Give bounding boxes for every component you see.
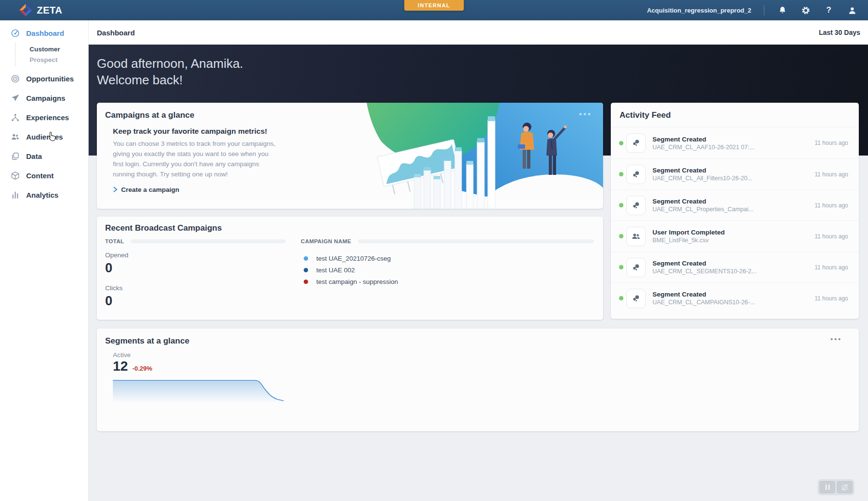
active-value: 12 — [113, 360, 128, 373]
active-label: Active — [113, 351, 131, 359]
status-dot — [619, 296, 623, 300]
paper-plane-icon — [11, 94, 20, 103]
campaign-row[interactable]: test UAE 002 — [304, 264, 398, 276]
sidebar-item-prospect[interactable]: Prospect — [0, 54, 88, 65]
campaign-name: test UAE_20210726-cseg — [316, 255, 391, 262]
users-icon — [626, 227, 646, 246]
feed-item-title: Segment Created — [652, 167, 752, 174]
feed-item-text: User Import Completed BME_ListFile_5k.cs… — [652, 229, 725, 244]
status-dot — [619, 141, 623, 145]
delta-badge: -0.29% — [132, 365, 152, 373]
metric-label: Opened — [105, 251, 128, 259]
feed-item-time: 11 hours ago — [815, 171, 848, 178]
cube-icon — [11, 171, 20, 180]
sidebar-item-dashboard[interactable]: Dashboard — [0, 23, 88, 43]
sidebar-item-audiences[interactable]: Audiences — [0, 127, 88, 146]
campaign-row[interactable]: test campaign - suppression — [304, 276, 398, 287]
sidebar-item-label: Analytics — [26, 191, 59, 199]
sidebar-item-analytics[interactable]: Analytics — [0, 185, 88, 204]
create-campaign-link[interactable]: Create a campaign — [113, 186, 280, 193]
sidebar-item-campaigns[interactable]: Campaigns — [0, 88, 88, 108]
top-navbar: ZETA INTERNAL Acquisition_regression_pre… — [0, 0, 868, 20]
segment-icon — [626, 289, 646, 308]
feed-playback-controls — [818, 479, 854, 495]
segments-card-menu-icon[interactable] — [831, 338, 840, 340]
bell-icon[interactable] — [777, 5, 788, 16]
feed-item[interactable]: User Import Completed BME_ListFile_5k.cs… — [611, 220, 859, 251]
feed-item-subtitle: UAE_CRM_CL_AAF10-26-2021 07:... — [652, 144, 755, 151]
brand[interactable]: ZETA — [0, 4, 62, 16]
greeting-line1: Good afternoon, Anamika. — [97, 55, 868, 72]
sidebar-item-customer[interactable]: Customer — [0, 44, 88, 54]
pause-icon — [825, 485, 830, 490]
opened-metric: Opened 0 — [105, 251, 128, 275]
feed-item-subtitle: UAE_CRM_CL_CAMPAIGNS10-26-... — [652, 299, 755, 306]
pause-button[interactable] — [820, 481, 835, 493]
feed-item-text: Segment Created UAE_CRM_CL_SEGMENTS10-26… — [652, 260, 757, 275]
sidebar-item-opportunities[interactable]: Opportunities — [0, 69, 88, 88]
feed-item-title: User Import Completed — [652, 229, 725, 236]
sidebar-item-experiences[interactable]: Experiences — [0, 108, 88, 127]
campaign-color-dot — [304, 256, 308, 261]
page-title: Dashboard — [97, 29, 135, 37]
feed-item-time: 11 hours ago — [815, 233, 848, 240]
feed-item-title: Segment Created — [652, 198, 753, 205]
campaigns-at-a-glance-card: Campaigns at a glance Keep track your fa… — [97, 103, 603, 209]
chevron-right-icon — [113, 187, 118, 192]
greeting: Good afternoon, Anamika. Welcome back! — [89, 45, 868, 89]
dashboard-subnav: Customer Prospect — [0, 43, 88, 69]
campaign-name-label: CAMPAIGN NAME — [301, 238, 351, 244]
campaign-name: test UAE 002 — [316, 266, 355, 274]
campaigns-card-title: Campaigns at a glance — [105, 110, 194, 120]
feed-item-subtitle: UAE_CRM_CL_Properties_Campai... — [652, 206, 753, 213]
segment-icon — [626, 196, 646, 215]
feed-item-title: Segment Created — [652, 136, 755, 143]
total-column-header: TOTAL — [105, 238, 286, 244]
sidebar-item-label: Audiences — [26, 133, 63, 141]
metric-value: 0 — [105, 295, 123, 308]
sidebar-item-data[interactable]: Data — [0, 146, 88, 166]
segments-card-title: Segments at a glance — [105, 336, 189, 346]
feed-item-subtitle: BME_ListFile_5k.csv — [652, 237, 725, 244]
refresh-slash-icon — [841, 484, 849, 491]
campaigns-card-menu-icon[interactable] — [579, 113, 590, 115]
recent-broadcast-title: Recent Broadcast Campaigns — [105, 223, 222, 233]
feed-item[interactable]: Segment Created UAE_CRM_CL_Properties_Ca… — [611, 189, 859, 220]
feed-item-time: 11 hours ago — [815, 264, 848, 271]
campaigns-illustration — [332, 103, 603, 209]
feed-item[interactable]: Segment Created UAE_CRM_CL_SEGMENTS10-26… — [611, 251, 859, 282]
account-name[interactable]: Acquisition_regression_preprod_2 — [647, 7, 751, 14]
feed-item-text: Segment Created UAE_CRM_CL_All_Filters10… — [652, 167, 752, 182]
sidebar-item-label: Dashboard — [26, 29, 64, 37]
feed-item-text: Segment Created UAE_CRM_CL_AAF10-26-2021… — [652, 136, 755, 151]
gauge-icon — [11, 29, 20, 38]
sidebar-item-label: Opportunities — [26, 75, 74, 83]
sidebar-item-content[interactable]: Content — [0, 166, 88, 185]
segment-icon — [626, 258, 646, 277]
feed-item-text: Segment Created UAE_CRM_CL_Properties_Ca… — [652, 198, 753, 213]
campaign-color-dot — [304, 268, 308, 272]
feed-item[interactable]: Segment Created UAE_CRM_CL_CAMPAIGNS10-2… — [611, 282, 859, 313]
brand-name: ZETA — [37, 5, 62, 16]
people-icon — [11, 132, 20, 141]
user-icon[interactable] — [847, 5, 857, 16]
sidebar-item-label: Campaigns — [26, 94, 65, 102]
sidebar-item-label: Prospect — [30, 56, 58, 63]
sidebar: Dashboard Customer Prospect Opportunitie… — [0, 20, 89, 501]
gear-icon[interactable] — [800, 5, 811, 16]
layers-icon — [11, 152, 20, 161]
date-range-selector[interactable]: Last 30 Days — [819, 29, 860, 36]
segments-sparkline — [113, 379, 286, 403]
subnav-rail — [15, 43, 16, 66]
activity-feed-title: Activity Feed — [620, 110, 671, 120]
feed-item[interactable]: Segment Created UAE_CRM_CL_All_Filters10… — [611, 158, 859, 189]
metric-value: 0 — [105, 262, 128, 275]
page-header: Dashboard Last 30 Days — [89, 20, 868, 45]
help-icon[interactable]: ? — [823, 5, 834, 16]
refresh-disabled-button[interactable] — [837, 481, 852, 493]
feed-item[interactable]: Segment Created UAE_CRM_CL_AAF10-26-2021… — [611, 127, 859, 158]
campaign-row[interactable]: test UAE_20210726-cseg — [304, 252, 398, 264]
campaign-name-column-header: CAMPAIGN NAME — [301, 238, 594, 244]
campaign-color-dot — [304, 280, 308, 284]
feed-item-time: 11 hours ago — [815, 295, 848, 302]
